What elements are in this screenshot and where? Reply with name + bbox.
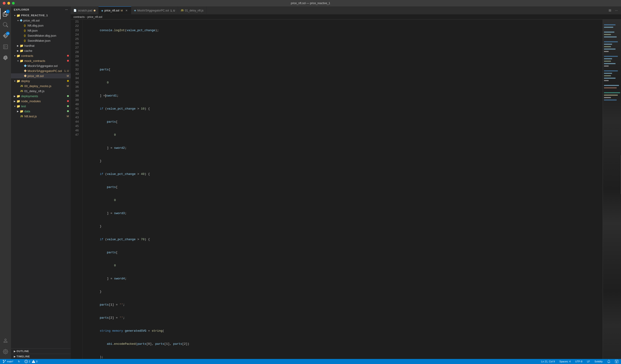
contracts-folder[interactable]: ▾ 📁 contracts [11,53,71,58]
error-count[interactable]: 2 0 [24,359,38,364]
line-num-27: 27 [71,46,81,50]
activity-source-control[interactable]: 23 [0,30,11,41]
editor-content[interactable]: 21 22 23 24 25 26 27 28 29 30 31 32 33 3… [71,19,603,359]
code-line-39: 0 [86,263,603,268]
deploy-folder[interactable]: ▾ 📁 deploy [11,79,71,83]
activity-explorer[interactable]: 1 [0,8,11,19]
price-nft-tab-icon: ◈ [101,9,103,12]
line-num-31: 31 [71,63,81,67]
swordmaker-dbg-label: SwordMaker.dbg.json [28,34,69,37]
outline-label: OUTLINE [17,350,29,352]
timeline-header[interactable]: ▶ TIMELINE [11,354,71,359]
mock-pc-tab-icon: ◈ [134,9,136,12]
timeline-arrow: ▶ [13,355,17,358]
notifications[interactable] [606,359,611,364]
nft-json-icon: {} [23,29,27,32]
deploy-mocks-label: 00_deploy_mocks.js [24,84,67,88]
deployments-folder[interactable]: ▶ 📁 deployments [11,94,71,98]
minimize-button[interactable] [7,2,10,5]
indentation[interactable]: Spaces: 4 [559,359,572,364]
deploy-mocks-file[interactable]: ▶ JS 00_deploy_mocks.js M [11,83,71,89]
root-folder[interactable]: ▾ 📁 PRICE_REACTIVE_1 [11,13,71,18]
hardhat-label: hardhat [24,44,69,47]
code-token: ] = [86,94,105,98]
activity-extensions[interactable] [0,52,11,63]
swordmaker-json[interactable]: ▶ {} SwordMaker.json [11,38,71,43]
split-editor-button[interactable]: ⊞ [607,8,613,13]
activity-search[interactable] [0,19,11,30]
minimap [603,19,621,359]
maximize-button[interactable] [12,2,15,5]
line-num-38: 38 [71,94,81,98]
svg-rect-4 [604,36,617,37]
node-modules-folder[interactable]: ▶ 📁 node_modules [11,98,71,104]
mock-contracts-folder[interactable]: ▾ 📁 mock_contracts [11,58,71,63]
contracts-label: contracts [21,54,67,58]
mock-v3-pc[interactable]: ▶ MockV3AggregatorPC.sol 1, U [11,68,71,73]
language-mode[interactable]: Solidity [594,359,604,364]
explorer-more[interactable]: ··· [65,8,68,11]
code-editor[interactable]: console.logInt(value_pct_change); parts[… [83,19,603,359]
line-num-32: 32 [71,67,81,72]
svg-rect-14 [604,65,609,66]
mock-v3-aggregator[interactable]: ▶ MockV3Aggregator.sol [11,63,71,68]
layout-toggle[interactable] [614,359,619,364]
close-button[interactable] [3,2,5,5]
data-folder[interactable]: ▶ 📁 data [11,109,71,114]
contracts-icon: 📁 [17,54,20,58]
deploy-nft-file[interactable]: ▶ JS 01_deloy_nft.js [11,89,71,94]
line-num-39: 39 [71,98,81,102]
code-token: parts [86,120,116,124]
cache-folder[interactable]: ▶ 📁 cache [11,48,71,53]
outline-header[interactable]: ▶ OUTLINE [11,349,71,354]
line-ending[interactable]: LF [586,359,591,364]
breadcrumb-file[interactable]: price_nft.sol [87,15,102,18]
price-nft-file[interactable]: ▶ price_nft.sol M [11,73,71,79]
test-folder[interactable]: ▾ 📁 test [11,104,71,109]
activity-accounts[interactable] [0,335,11,346]
git-branch[interactable]: main* [2,359,14,364]
line-num-41: 41 [71,107,81,111]
price-nft-tab-close[interactable]: ✕ [125,9,128,12]
root-arrow: ▾ [13,14,17,17]
mock-contracts-arrow: ▾ [16,59,20,63]
nft-json[interactable]: ▶ {} Nft.json [11,28,71,33]
bell-icon [607,360,610,363]
node-modules-icon: 📁 [17,99,20,103]
minimap-content [603,19,621,359]
nft-dbg-icon: {} [23,24,27,27]
cursor-position[interactable]: Ln 21, Col 9 [540,359,555,364]
line-num-25: 25 [71,37,81,41]
tab-mock-pc[interactable]: ◈ MockV3AggregatorPC.sol 1, U [131,6,178,15]
swordmaker-dbg-json[interactable]: ▶ {} SwordMaker.dbg.json [11,33,71,38]
nft-dbg-json[interactable]: ▶ {} Nft.dbg.json [11,23,71,28]
line-num-44: 44 [71,120,81,124]
more-actions-button[interactable]: ··· [614,8,619,13]
activity-bar: 1 23 [0,6,11,359]
code-token: ; [123,316,125,320]
git-sync[interactable]: ↻ [17,359,21,364]
nft-test-file[interactable]: ▶ JS Nft.test.js M [11,114,71,119]
tab-deploy-nft[interactable]: JS 01_deloy_nft.js [178,6,207,15]
code-token: ] = [86,276,114,281]
price-nft-folder[interactable]: ▾ price_nft.sol [11,18,71,23]
code-token: sword4 [114,276,125,281]
activity-run[interactable] [0,41,11,52]
tab-scratch[interactable]: 📄 scratch.pad [71,6,99,15]
encoding[interactable]: UTF-8 [574,359,583,364]
hardhat-folder[interactable]: ▶ 📁 hardhat [11,43,71,48]
tab-price-nft[interactable]: ◈ price_nft.sol M ✕ [99,6,131,15]
activity-settings[interactable] [0,346,11,357]
line-num-29: 29 [71,54,81,59]
line-num-47: 47 [71,133,81,137]
mock-contracts-icon: 📁 [20,59,23,63]
data-icon: 📁 [20,109,23,113]
cursor [105,94,106,97]
code-token: if [86,107,103,111]
svg-rect-15 [604,70,618,71]
window-title: price_nft.sol — price_reactive_1 [291,2,330,5]
breadcrumb-contracts[interactable]: contracts [73,15,85,18]
price-nft-file-icon [24,75,27,77]
code-token: [1], [164,342,173,346]
code-token: sword2 [114,146,125,150]
